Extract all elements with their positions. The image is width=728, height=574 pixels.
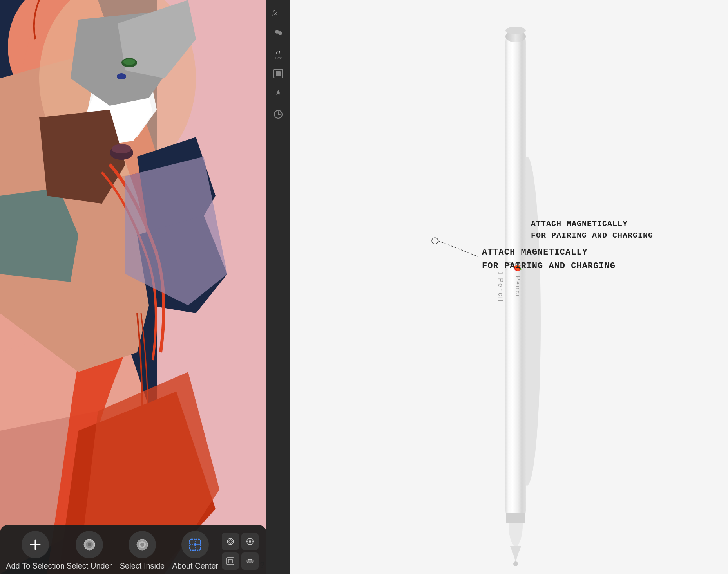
add-to-selection-btn[interactable]: Add To Selection (8, 531, 63, 570)
extra-icons-group (222, 533, 259, 570)
select-under-btn[interactable]: Select Under (63, 531, 116, 570)
add-to-selection-icon (22, 531, 49, 558)
transform-icon[interactable] (270, 65, 287, 82)
resize-icon[interactable] (222, 552, 239, 570)
svg-point-38 (229, 540, 232, 543)
extra-icons-row-1 (222, 533, 259, 550)
select-inside-icon (129, 531, 156, 558)
about-center-icon (181, 531, 209, 558)
svg-point-18 (112, 144, 131, 153)
svg-rect-49 (227, 558, 234, 565)
svg-point-29 (88, 543, 91, 546)
fx-icon[interactable]: fx (270, 4, 287, 21)
svg-point-21 (117, 73, 126, 79)
about-center-btn[interactable]: About Center (169, 531, 222, 570)
svg-rect-50 (228, 559, 232, 563)
svg-point-44 (249, 540, 251, 543)
svg-point-36 (194, 543, 196, 546)
extra-icons-row-2 (222, 552, 259, 570)
svg-rect-58 (276, 71, 281, 76)
pencil-section: 🍎 Pencil Pencil ATTACH MAGNETICALLY FOR … (290, 0, 728, 574)
svg-point-66 (505, 27, 526, 34)
svg-point-53 (250, 561, 251, 562)
svg-point-32 (140, 543, 144, 547)
svg-text:ATTACH MAGNETICALLY: ATTACH MAGNETICALLY (482, 247, 588, 257)
scan-target-icon[interactable] (222, 533, 239, 550)
svg-point-20 (123, 59, 135, 65)
text-size-label: 12pt (275, 56, 282, 60)
ipad-section: Add To Selection Select Under (0, 0, 290, 574)
svg-rect-69 (506, 513, 525, 523)
center-target-icon[interactable] (241, 533, 259, 550)
select-inside-btn[interactable]: Select Inside (116, 531, 168, 570)
layers-icon[interactable] (270, 24, 287, 42)
select-inside-label: Select Inside (120, 561, 165, 570)
pencil-illustration: 🍎 Pencil Pencil ATTACH MAGNETICALLY FOR … (290, 0, 728, 574)
about-center-label: About Center (172, 561, 218, 570)
select-under-label: Select Under (67, 561, 112, 570)
select-under-icon (76, 531, 103, 558)
svg-text:FOR PAIRING AND CHARGING: FOR PAIRING AND CHARGING (482, 261, 616, 271)
svg-text:fx: fx (272, 9, 277, 16)
align-distribute-icon[interactable] (270, 85, 287, 103)
text-style-icon[interactable]: a 12pt (270, 45, 287, 62)
svg-point-56 (278, 31, 282, 35)
svg-point-70 (513, 561, 518, 566)
artwork-canvas[interactable]: Add To Selection Select Under (0, 0, 266, 574)
bottom-toolbar: Add To Selection Select Under (0, 525, 266, 574)
pencil-container: 🍎 Pencil Pencil ATTACH MAGNETICALLY FOR … (290, 0, 728, 574)
add-to-selection-label: Add To Selection (6, 561, 65, 570)
right-toolbar: fx a 12pt (266, 0, 290, 574)
history-icon[interactable] (270, 106, 287, 123)
eye-visibility-icon[interactable] (241, 552, 259, 570)
